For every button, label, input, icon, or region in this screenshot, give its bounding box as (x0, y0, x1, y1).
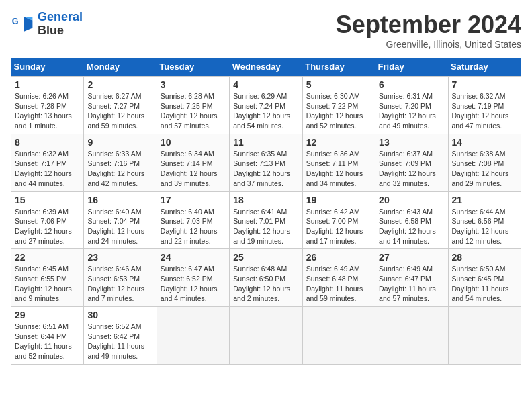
calendar-cell (448, 307, 521, 365)
col-sunday: Sunday (11, 58, 84, 77)
day-number: 2 (87, 79, 152, 90)
col-tuesday: Tuesday (157, 58, 229, 77)
day-number: 27 (379, 252, 444, 263)
svg-text:G: G (12, 17, 19, 26)
calendar-cell: 1 Sunrise: 6:26 AM Sunset: 7:28 PM Dayli… (11, 77, 84, 134)
day-number: 28 (452, 252, 517, 263)
calendar-cell: 13 Sunrise: 6:37 AM Sunset: 7:09 PM Dayl… (375, 134, 448, 191)
calendar-cell: 14 Sunrise: 6:38 AM Sunset: 7:08 PM Dayl… (448, 134, 521, 191)
calendar-week-row: 15 Sunrise: 6:39 AM Sunset: 7:06 PM Dayl… (11, 191, 521, 249)
day-number: 23 (87, 252, 152, 263)
calendar-week-row: 22 Sunrise: 6:45 AM Sunset: 6:55 PM Dayl… (11, 249, 521, 307)
calendar-week-row: 1 Sunrise: 6:26 AM Sunset: 7:28 PM Dayli… (11, 77, 521, 134)
calendar-table: Sunday Monday Tuesday Wednesday Thursday… (11, 58, 521, 365)
day-info: Sunrise: 6:30 AM Sunset: 7:22 PM Dayligh… (306, 91, 371, 131)
calendar-cell (302, 307, 375, 365)
day-number: 5 (306, 79, 371, 90)
day-info: Sunrise: 6:33 AM Sunset: 7:16 PM Dayligh… (87, 149, 152, 189)
day-number: 19 (306, 195, 371, 205)
day-info: Sunrise: 6:48 AM Sunset: 6:50 PM Dayligh… (233, 264, 298, 304)
calendar-cell: 25 Sunrise: 6:48 AM Sunset: 6:50 PM Dayl… (230, 249, 302, 307)
title-block: September 2024 Greenville, Illinois, Uni… (336, 11, 521, 50)
day-number: 30 (87, 310, 152, 320)
day-info: Sunrise: 6:26 AM Sunset: 7:28 PM Dayligh… (15, 91, 80, 131)
logo-text: General Blue (38, 11, 83, 38)
day-info: Sunrise: 6:27 AM Sunset: 7:27 PM Dayligh… (87, 91, 152, 131)
calendar-cell: 2 Sunrise: 6:27 AM Sunset: 7:27 PM Dayli… (84, 77, 157, 134)
day-info: Sunrise: 6:47 AM Sunset: 6:52 PM Dayligh… (161, 264, 226, 304)
calendar-cell (157, 307, 229, 365)
day-info: Sunrise: 6:40 AM Sunset: 7:04 PM Dayligh… (87, 207, 152, 246)
day-number: 20 (379, 195, 444, 205)
day-info: Sunrise: 6:51 AM Sunset: 6:44 PM Dayligh… (15, 322, 80, 361)
day-number: 15 (15, 195, 80, 205)
day-number: 29 (15, 310, 80, 320)
day-info: Sunrise: 6:41 AM Sunset: 7:01 PM Dayligh… (233, 207, 298, 246)
col-friday: Friday (375, 58, 448, 77)
day-number: 4 (233, 79, 298, 90)
calendar-cell: 23 Sunrise: 6:46 AM Sunset: 6:53 PM Dayl… (84, 249, 157, 307)
day-info: Sunrise: 6:44 AM Sunset: 6:56 PM Dayligh… (452, 207, 517, 246)
day-number: 14 (452, 137, 517, 148)
day-number: 10 (161, 137, 226, 148)
calendar-cell: 29 Sunrise: 6:51 AM Sunset: 6:44 PM Dayl… (11, 307, 84, 365)
calendar-cell: 27 Sunrise: 6:49 AM Sunset: 6:47 PM Dayl… (375, 249, 448, 307)
col-wednesday: Wednesday (230, 58, 302, 77)
calendar-cell: 12 Sunrise: 6:36 AM Sunset: 7:11 PM Dayl… (302, 134, 375, 191)
calendar-cell: 28 Sunrise: 6:50 AM Sunset: 6:45 PM Dayl… (448, 249, 521, 307)
logo-icon: G (11, 12, 35, 36)
day-number: 24 (161, 252, 226, 263)
day-info: Sunrise: 6:28 AM Sunset: 7:25 PM Dayligh… (161, 91, 226, 131)
day-number: 13 (379, 137, 444, 148)
day-info: Sunrise: 6:39 AM Sunset: 7:06 PM Dayligh… (15, 207, 80, 246)
day-info: Sunrise: 6:52 AM Sunset: 6:42 PM Dayligh… (87, 322, 152, 361)
day-number: 3 (161, 79, 226, 90)
day-info: Sunrise: 6:29 AM Sunset: 7:24 PM Dayligh… (233, 91, 298, 131)
day-number: 12 (306, 137, 371, 148)
calendar-cell: 19 Sunrise: 6:42 AM Sunset: 7:00 PM Dayl… (302, 191, 375, 249)
day-info: Sunrise: 6:37 AM Sunset: 7:09 PM Dayligh… (379, 149, 444, 189)
calendar-cell: 11 Sunrise: 6:35 AM Sunset: 7:13 PM Dayl… (230, 134, 302, 191)
calendar-cell (230, 307, 302, 365)
calendar-cell: 15 Sunrise: 6:39 AM Sunset: 7:06 PM Dayl… (11, 191, 84, 249)
calendar-cell: 20 Sunrise: 6:43 AM Sunset: 6:58 PM Dayl… (375, 191, 448, 249)
day-info: Sunrise: 6:43 AM Sunset: 6:58 PM Dayligh… (379, 207, 444, 246)
day-number: 16 (87, 195, 152, 205)
day-info: Sunrise: 6:45 AM Sunset: 6:55 PM Dayligh… (15, 264, 80, 304)
day-info: Sunrise: 6:42 AM Sunset: 7:00 PM Dayligh… (306, 207, 371, 246)
day-number: 1 (15, 79, 80, 90)
calendar-cell (375, 307, 448, 365)
calendar-cell: 4 Sunrise: 6:29 AM Sunset: 7:24 PM Dayli… (230, 77, 302, 134)
calendar-week-row: 8 Sunrise: 6:32 AM Sunset: 7:17 PM Dayli… (11, 134, 521, 191)
calendar-cell: 18 Sunrise: 6:41 AM Sunset: 7:01 PM Dayl… (230, 191, 302, 249)
day-number: 21 (452, 195, 517, 205)
day-number: 26 (306, 252, 371, 263)
calendar-cell: 10 Sunrise: 6:34 AM Sunset: 7:14 PM Dayl… (157, 134, 229, 191)
day-number: 22 (15, 252, 80, 263)
day-info: Sunrise: 6:31 AM Sunset: 7:20 PM Dayligh… (379, 91, 444, 131)
col-monday: Monday (84, 58, 157, 77)
day-number: 11 (233, 137, 298, 148)
day-info: Sunrise: 6:32 AM Sunset: 7:19 PM Dayligh… (452, 91, 517, 131)
calendar-cell: 6 Sunrise: 6:31 AM Sunset: 7:20 PM Dayli… (375, 77, 448, 134)
day-number: 6 (379, 79, 444, 90)
calendar-cell: 26 Sunrise: 6:49 AM Sunset: 6:48 PM Dayl… (302, 249, 375, 307)
day-number: 18 (233, 195, 298, 205)
day-number: 9 (87, 137, 152, 148)
calendar-cell: 3 Sunrise: 6:28 AM Sunset: 7:25 PM Dayli… (157, 77, 229, 134)
calendar-cell: 16 Sunrise: 6:40 AM Sunset: 7:04 PM Dayl… (84, 191, 157, 249)
calendar-cell: 17 Sunrise: 6:40 AM Sunset: 7:03 PM Dayl… (157, 191, 229, 249)
page-header: G General Blue September 2024 Greenville… (11, 11, 521, 50)
day-number: 17 (161, 195, 226, 205)
day-info: Sunrise: 6:40 AM Sunset: 7:03 PM Dayligh… (161, 207, 226, 246)
day-info: Sunrise: 6:32 AM Sunset: 7:17 PM Dayligh… (15, 149, 80, 189)
calendar-cell: 5 Sunrise: 6:30 AM Sunset: 7:22 PM Dayli… (302, 77, 375, 134)
day-info: Sunrise: 6:38 AM Sunset: 7:08 PM Dayligh… (452, 149, 517, 189)
location: Greenville, Illinois, United States (336, 39, 521, 50)
logo: G General Blue (11, 11, 83, 38)
col-saturday: Saturday (448, 58, 521, 77)
calendar-header-row: Sunday Monday Tuesday Wednesday Thursday… (11, 58, 521, 77)
day-number: 25 (233, 252, 298, 263)
day-info: Sunrise: 6:49 AM Sunset: 6:47 PM Dayligh… (379, 264, 444, 304)
calendar-cell: 30 Sunrise: 6:52 AM Sunset: 6:42 PM Dayl… (84, 307, 157, 365)
